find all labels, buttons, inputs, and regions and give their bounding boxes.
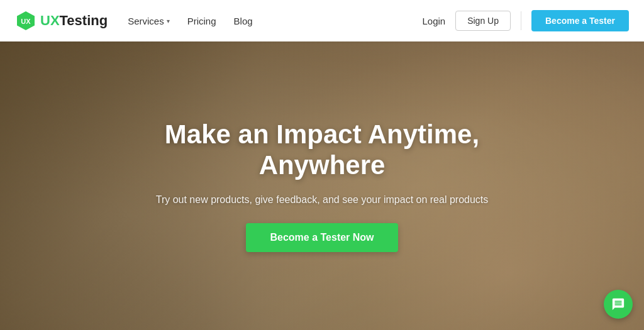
signup-button[interactable]: Sign Up bbox=[455, 11, 511, 31]
become-tester-nav-button[interactable]: Become a Tester bbox=[531, 10, 629, 31]
logo-icon: UX bbox=[15, 10, 36, 31]
nav-divider bbox=[521, 11, 521, 30]
hero-section: Make an Impact Anytime, Anywhere Try out… bbox=[0, 41, 644, 330]
navbar: UX UXTesting Services ▾ Pricing Blog Log… bbox=[0, 0, 644, 41]
chevron-down-icon: ▾ bbox=[167, 18, 170, 25]
chat-icon bbox=[611, 297, 625, 311]
svg-text:UX: UX bbox=[21, 18, 31, 25]
nav-pricing[interactable]: Pricing bbox=[187, 16, 216, 26]
nav-right: Login Sign Up Become a Tester bbox=[422, 10, 629, 31]
logo-text: UXTesting bbox=[40, 13, 108, 29]
login-button[interactable]: Login bbox=[422, 16, 445, 26]
hero-title: Make an Impact Anytime, Anywhere bbox=[102, 119, 542, 180]
become-tester-hero-button[interactable]: Become a Tester Now bbox=[246, 223, 397, 252]
hero-content: Make an Impact Anytime, Anywhere Try out… bbox=[0, 41, 644, 330]
logo[interactable]: UX UXTesting bbox=[15, 10, 108, 31]
chat-button[interactable] bbox=[604, 290, 633, 319]
hero-subtitle: Try out new products, give feedback, and… bbox=[156, 192, 489, 208]
nav-blog[interactable]: Blog bbox=[234, 16, 253, 26]
nav-links: Services ▾ Pricing Blog bbox=[128, 16, 422, 26]
nav-services[interactable]: Services ▾ bbox=[128, 16, 170, 26]
